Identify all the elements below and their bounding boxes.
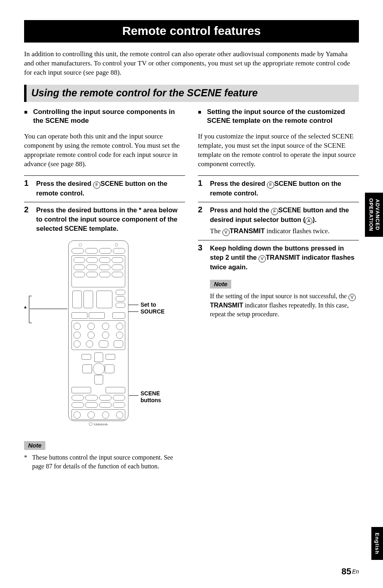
scene-button (116, 411, 123, 419)
remote-button (73, 272, 85, 277)
remote-tv-ch (84, 291, 93, 308)
remote-button (116, 290, 125, 295)
remote-led-icon (115, 243, 118, 246)
circled-v-icon: V (259, 255, 266, 262)
remote-section (71, 255, 125, 287)
square-bullet-icon: ■ (198, 108, 201, 116)
step-number: 1 (198, 179, 204, 187)
remote-button (73, 257, 85, 263)
remote-button (102, 323, 109, 330)
left-column: ■ Controlling the input source component… (24, 108, 185, 471)
right-step-1: 1 Press the desired FSCENE button on the… (198, 175, 359, 198)
remote-led-icon (79, 243, 82, 246)
remote-button (88, 323, 95, 330)
remote-button (86, 272, 98, 277)
step-number: 2 (198, 205, 204, 214)
brand-label: YAMAHA (71, 422, 125, 426)
remote-button (73, 264, 85, 270)
remote-button (73, 340, 81, 348)
remote-button (99, 340, 108, 348)
left-subheading-text: Controlling the input source components … (33, 108, 185, 125)
step-text: Press the desired FSCENE button on the r… (210, 179, 359, 198)
footnote: * These buttons control the input source… (24, 453, 185, 470)
remote-button (113, 402, 125, 408)
remote-button (102, 332, 109, 339)
remote-button (99, 257, 111, 263)
square-bullet-icon: ■ (24, 108, 27, 116)
remote-button (73, 323, 81, 330)
rs3-label: TRANSMIT (266, 254, 300, 261)
remote-tv-vol (72, 291, 82, 308)
right-subheading: ■ Setting the input source of the custom… (198, 108, 359, 125)
remote-body: YAMAHA (68, 240, 128, 421)
dpad-left-icon (82, 364, 92, 373)
remote-button (88, 332, 95, 339)
rs2p-a: The (210, 227, 222, 235)
remote-button (99, 248, 112, 254)
side-tab-line2: OPERATION (368, 198, 374, 231)
circled-f-icon: F (93, 181, 100, 189)
callout-line (30, 309, 67, 309)
step-text: Press the desired buttons in the * area … (36, 205, 185, 233)
remote-section (71, 320, 125, 350)
page-title: Remote control features (24, 20, 359, 43)
callout-source-label: Set to SOURCE (141, 301, 181, 315)
remote-volume-section (71, 289, 125, 310)
step-number: 1 (24, 179, 30, 187)
step-number: 2 (24, 205, 30, 214)
s1-label: SCENE (100, 180, 123, 187)
rs2-a: Press and hold the (210, 206, 271, 214)
page-number-lang: En (352, 568, 359, 575)
callout-scene-label: SCENE buttons (141, 390, 181, 404)
page-title-text: Remote control features (122, 24, 261, 37)
side-tab-english-text: English (374, 533, 380, 554)
left-step-1: 1 Press the desired FSCENE button on the… (24, 175, 185, 198)
remote-button (116, 296, 125, 301)
remote-button (116, 332, 123, 339)
right-step-2: 2 Press and hold the FSCENE button and t… (198, 202, 359, 236)
rs2p-b: indicator flashes twice. (265, 227, 330, 235)
remote-button (112, 312, 125, 319)
rs2-c: ). (312, 216, 316, 223)
remote-button (86, 257, 98, 263)
rs2p-label: TRANSMIT (230, 227, 265, 235)
right-note-body: If the setting of the input source is no… (210, 292, 359, 318)
remote-button (114, 340, 123, 348)
remote-button (86, 340, 93, 348)
scene-button (73, 411, 81, 419)
remote-button (71, 395, 84, 401)
s1-a: Press the desired (36, 180, 93, 187)
remote-button (85, 395, 98, 401)
rs2-plain: The VTRANSMIT indicator flashes twice. (210, 226, 359, 236)
remote-button (71, 402, 84, 408)
remote-scene-section (71, 409, 125, 420)
step-text: Keep holding down the buttons pressed in… (210, 244, 359, 272)
note-label: Note (24, 441, 45, 450)
remote-button (113, 395, 125, 401)
scene-button (88, 411, 95, 419)
circled-a-icon: A (305, 218, 312, 225)
remote-dpad (82, 352, 114, 385)
callout-line (129, 395, 139, 396)
remote-button (106, 354, 115, 360)
step-text: Press the desired FSCENE button on the r… (36, 179, 185, 198)
rs2-l1: SCENE (278, 206, 301, 214)
side-tab-line1: ADVANCED (375, 199, 380, 230)
callout-line (128, 311, 139, 312)
right-step-3: 3 Keep holding down the buttons pressed … (198, 240, 359, 272)
circled-f-icon: F (267, 181, 274, 189)
remote-button (116, 323, 123, 330)
remote-button (81, 354, 91, 360)
dpad-up-icon (94, 352, 103, 362)
remote-button (99, 395, 112, 401)
dpad-down-icon (94, 375, 103, 385)
scene-button (102, 411, 109, 419)
left-subheading: ■ Controlling the input source component… (24, 108, 185, 125)
remote-button (71, 248, 84, 254)
circled-v-icon: V (222, 229, 230, 236)
right-body-1: If you customize the input source of the… (198, 132, 359, 169)
asterisk-label: * (24, 305, 26, 313)
side-tab-advanced: ADVANCED OPERATION (365, 193, 383, 237)
remote-diagram: * Set to SOURCE SCENE buttons (24, 240, 181, 437)
remote-button (112, 264, 123, 270)
